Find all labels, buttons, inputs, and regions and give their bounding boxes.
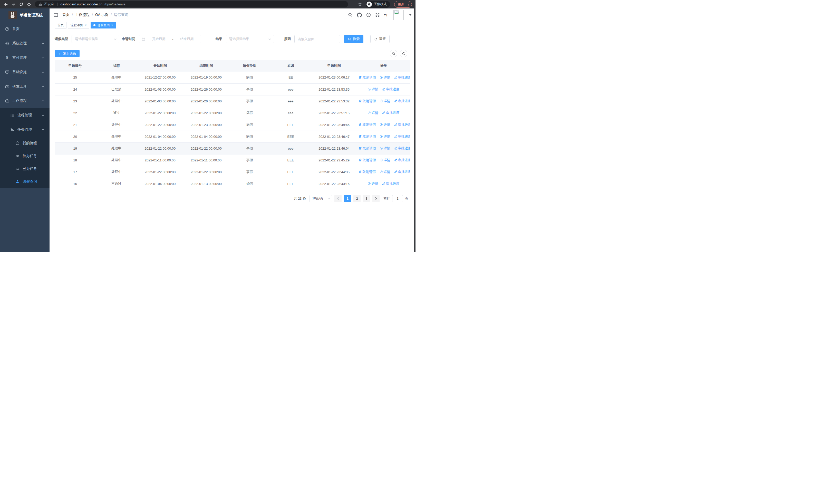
close-icon[interactable]: ×	[111, 24, 113, 27]
goto-page-input[interactable]	[392, 195, 403, 202]
github-icon[interactable]	[357, 12, 362, 18]
fullscreen-icon[interactable]	[375, 12, 380, 17]
sidebar-item-task-management[interactable]: 任务管理	[0, 122, 50, 137]
breadcrumb-workflow[interactable]: 工作流程	[75, 12, 90, 17]
page-button-1[interactable]: 1	[344, 195, 351, 202]
prev-page-button[interactable]	[335, 195, 342, 202]
cell-actions: 详情审批进度	[357, 178, 410, 190]
search-button[interactable]: 搜索	[344, 35, 364, 43]
window-scrollbar-track[interactable]	[414, 8, 416, 252]
action-detail-link[interactable]: 详情	[368, 111, 378, 115]
chevron-up-icon	[41, 129, 45, 130]
action-cancel-link[interactable]: 取消请假	[359, 75, 376, 80]
page-size-select[interactable]: 10条/页	[310, 195, 332, 202]
bookmark-star-icon[interactable]	[358, 2, 362, 6]
action-detail-link[interactable]: 详情	[379, 75, 390, 80]
page-button-2[interactable]: 2	[353, 195, 361, 202]
action-progress-link[interactable]: 审批进度	[382, 87, 399, 92]
leave-type-select[interactable]: 请选择请假类型	[71, 35, 119, 43]
search-icon[interactable]	[348, 12, 353, 17]
refresh-table-button[interactable]	[400, 50, 407, 57]
action-detail-link[interactable]: 详情	[379, 122, 390, 127]
pencil-icon	[382, 182, 385, 185]
action-progress-link[interactable]: 审批进度	[394, 99, 410, 103]
dashboard-icon	[5, 27, 9, 31]
avatar-caret-icon[interactable]	[409, 14, 412, 16]
action-cancel-link[interactable]: 取消请假	[359, 122, 376, 127]
address-bar[interactable]: 不安全 dashboard.yudao.iocoder.cn/bpm/oa/le…	[35, 1, 348, 7]
cell-end-time: 2022-01-11 00:00:00	[183, 154, 229, 166]
action-progress-link[interactable]: 审批进度	[394, 170, 410, 174]
browser-update-button[interactable]: 更新	[394, 1, 412, 8]
browser-back-button[interactable]	[3, 1, 9, 8]
sidebar-item-todo-tasks[interactable]: 待办任务	[0, 150, 50, 162]
user-avatar[interactable]	[394, 10, 404, 20]
action-detail-link[interactable]: 详情	[379, 158, 390, 162]
browser-home-button[interactable]	[26, 1, 32, 8]
apply-time-range-picker[interactable]: 开始日期 - 结束日期	[139, 35, 201, 43]
tab-process-detail[interactable]: 流程详情 ×	[68, 22, 89, 28]
sidebar-item-label: 任务管理	[18, 127, 32, 132]
browser-forward-button[interactable]	[10, 1, 17, 8]
action-cancel-link[interactable]: 取消请假	[359, 158, 376, 162]
action-detail-link[interactable]: 详情	[379, 134, 390, 139]
action-progress-link[interactable]: 审批进度	[394, 158, 410, 162]
sidebar-item-system[interactable]: 系统管理	[0, 36, 50, 51]
action-detail-link[interactable]: 详情	[368, 87, 378, 92]
tab-leave-query[interactable]: 请假查询 ×	[91, 22, 116, 28]
sidebar-fold-icon[interactable]	[53, 12, 58, 18]
sidebar-item-my-process[interactable]: 我的流程	[0, 137, 50, 150]
search-icon	[348, 37, 351, 41]
tab-home[interactable]: 首页	[55, 22, 66, 28]
breadcrumb-oa-example[interactable]: OA 示例	[95, 12, 108, 17]
goto-label: 前往	[383, 196, 390, 201]
action-progress-link[interactable]: 审批进度	[382, 111, 399, 115]
action-cancel-link[interactable]: 取消请假	[359, 134, 376, 139]
show-search-toggle-button[interactable]	[390, 50, 397, 57]
breadcrumb-home[interactable]: 首页	[62, 12, 69, 17]
tab-label: 请假查询	[97, 23, 110, 27]
next-page-button[interactable]	[372, 195, 379, 202]
action-cancel-link[interactable]: 取消请假	[359, 99, 376, 103]
action-cancel-link[interactable]: 取消请假	[359, 170, 376, 174]
col-header-end: 结束时间	[183, 60, 229, 71]
page-button-3[interactable]: 3	[363, 195, 370, 202]
sidebar-item-workflow[interactable]: 工作流程	[0, 94, 50, 108]
cell-status: 处理中	[95, 166, 137, 178]
reset-button[interactable]: 重置	[370, 35, 390, 43]
app-logo[interactable]: 芋道管理系统	[0, 8, 50, 22]
sidebar-item-leave-query[interactable]: 请假查询	[0, 175, 50, 188]
tag-views-bar: 首页 流程详情 × 请假查询 ×	[50, 21, 416, 29]
reason-input[interactable]	[294, 35, 340, 43]
create-leave-button[interactable]: ＋ 发起请假	[55, 50, 80, 57]
chevron-down-icon	[41, 86, 45, 88]
action-progress-link[interactable]: 审批进度	[394, 75, 410, 80]
action-cancel-link[interactable]: 取消请假	[359, 146, 376, 151]
cell-actions: 取消请假详情审批进度	[357, 130, 410, 142]
browser-menu-icon[interactable]	[407, 2, 409, 7]
help-icon[interactable]	[366, 12, 371, 17]
action-progress-link[interactable]: 审批进度	[382, 181, 399, 186]
gear-icon	[5, 41, 9, 46]
app-title: 芋道管理系统	[20, 13, 43, 18]
action-progress-link[interactable]: 审批进度	[394, 122, 410, 127]
action-progress-link[interactable]: 审批进度	[394, 134, 410, 139]
close-icon[interactable]: ×	[85, 24, 86, 27]
sidebar-item-infrastructure[interactable]: 基础设施	[0, 65, 50, 79]
pagination: 共 23 条 10条/页 1 2 3 前往 页	[55, 195, 410, 202]
cell-start-time: 2022-01-04 00:00:00	[137, 178, 183, 190]
sidebar-item-done-tasks[interactable]: 已办任务	[0, 162, 50, 175]
font-size-icon[interactable]: TT	[384, 13, 388, 17]
action-detail-link[interactable]: 详情	[379, 170, 390, 174]
cell-id: 24	[55, 83, 95, 95]
browser-reload-button[interactable]	[18, 1, 25, 8]
action-detail-link[interactable]: 详情	[379, 99, 390, 103]
action-detail-link[interactable]: 详情	[379, 146, 390, 151]
sidebar-item-home[interactable]: 首页	[0, 22, 50, 36]
result-select[interactable]: 请选择流结果	[226, 35, 274, 43]
sidebar-item-devtools[interactable]: 研发工具	[0, 79, 50, 94]
action-progress-link[interactable]: 审批进度	[394, 146, 410, 151]
action-detail-link[interactable]: 详情	[368, 181, 378, 186]
sidebar-item-payment[interactable]: ¥ 支付管理	[0, 51, 50, 65]
sidebar-item-process-management[interactable]: 流程管理	[0, 108, 50, 122]
